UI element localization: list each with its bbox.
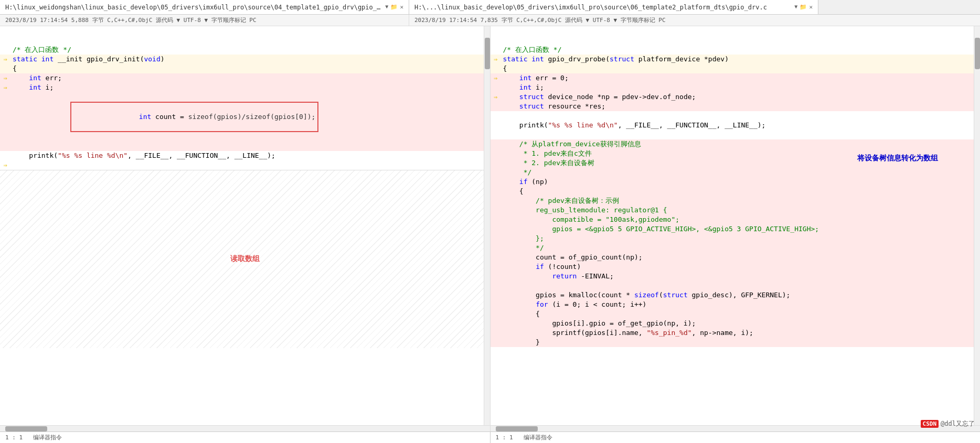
- left-code-area[interactable]: /* 在入口函数 */ ⇒ static int __init gpio_drv…: [0, 26, 490, 425]
- right-comment-end2: */: [491, 243, 981, 253]
- right-folder-icon[interactable]: 📁: [800, 4, 807, 10]
- left-status-text: 编译器指令: [33, 434, 62, 441]
- left-int-err-line: ⇒ int err;: [0, 73, 490, 83]
- right-struct-res: struct resource *res;: [491, 102, 981, 111]
- right-line-empty-top: [491, 26, 981, 36]
- left-position: 1 : 1: [5, 434, 23, 441]
- left-title-tab[interactable]: H:\linux_weidongshan\linux_basic_develop…: [0, 0, 409, 14]
- left-info-bar: 2023/8/19 17:14:54 5,888 字节 C,C++,C#,Obj…: [0, 15, 409, 26]
- right-func-decl-line: ⇒ static int gpio_drv_probe(struct platf…: [491, 55, 981, 64]
- right-dropdown-icon[interactable]: ▼: [794, 4, 797, 10]
- right-info-bar: 2023/8/19 17:14:54 7,835 字节 C,C++,C#,Obj…: [409, 15, 818, 26]
- csdn-user: @ddl又忘了: [941, 419, 975, 428]
- right-status-section: 1 : 1 编译器指令: [491, 432, 981, 443]
- csdn-logo: CSDN: [921, 420, 939, 428]
- left-brace-open-line: {: [0, 64, 490, 73]
- right-gpios-gpio: gpios[i].gpio = of_get_gpio(np, i);: [491, 319, 981, 328]
- right-status-text: 编译器指令: [524, 434, 552, 441]
- right-empty-1: [491, 111, 981, 121]
- right-close-icon[interactable]: ✕: [809, 4, 813, 10]
- right-annotation-text: 将设备树信息转化为数组: [857, 154, 938, 163]
- right-brace-close1: };: [491, 234, 981, 243]
- left-int-i-line: ⇒ int i;: [0, 83, 490, 92]
- left-comment-line: /* 在入口函数 */: [0, 45, 490, 55]
- left-arrow-2: ⇒: [0, 73, 10, 83]
- right-brace-open: {: [491, 64, 981, 73]
- right-struct-np: ⇒ struct device_node *np = pdev->dev.of_…: [491, 92, 981, 102]
- left-empty-1: [0, 142, 490, 151]
- right-comment-block: /* 从platfrom_device获得引脚信息 * 1. pdev来自c文件…: [491, 139, 981, 177]
- right-empty-2: [491, 130, 981, 139]
- right-reg-usb: reg_usb_ltemodule: regulator@1 {: [491, 206, 981, 215]
- left-line-empty-top: [0, 26, 490, 36]
- right-code-area[interactable]: /* 在入口函数 */ ⇒ static int gpio_drv_probe(…: [491, 26, 981, 425]
- left-arrow-1: ⇒: [0, 55, 10, 64]
- right-scrollbar-v[interactable]: [974, 26, 980, 425]
- right-int-err: ⇒ int err = 0;: [491, 73, 981, 83]
- right-line-empty-top2: [491, 36, 981, 45]
- left-file-title: H:\linux_weidongshan\linux_basic_develop…: [5, 4, 382, 11]
- right-file-info: 2023/8/19 17:14:54 7,835 字节 C,C++,C#,Obj…: [414, 16, 666, 24]
- right-return-einval: return -EINVAL;: [491, 272, 981, 281]
- left-folder-icon[interactable]: 📁: [390, 4, 398, 10]
- left-int-count-line: int count = sizeof(gpios)/sizeof(gpios[0…: [0, 92, 490, 142]
- right-printk: printk("%s %s line %d\n", __FILE__, __FU…: [491, 121, 981, 130]
- left-hatch-area: 读取数组: [0, 170, 490, 348]
- left-editor-panel: /* 在入口函数 */ ⇒ static int __init gpio_drv…: [0, 26, 491, 431]
- right-if-np: if (np): [491, 177, 981, 187]
- right-sprintf: sprintf(gpios[i].name, "%s_pin_%d", np->…: [491, 328, 981, 338]
- right-gpios-prop: gpios = <&gpio5 5 GPIO_ACTIVE_HIGH>, <&g…: [491, 224, 981, 234]
- right-brace-for: {: [491, 309, 981, 319]
- left-dropdown-icon[interactable]: ▼: [385, 4, 388, 10]
- left-line-empty-top2: [0, 36, 490, 45]
- left-func-decl-line: ⇒ static int __init gpio_drv_init(void): [0, 55, 490, 64]
- right-position: 1 : 1: [496, 434, 513, 441]
- right-arrow-1: ⇒: [491, 55, 501, 64]
- left-printk-line: printk("%s %s line %d\n", __FILE__, __FU…: [0, 151, 490, 160]
- right-int-i: int i;: [491, 83, 981, 92]
- right-comment-line: /* 在入口函数 */: [491, 45, 981, 55]
- right-gpios-kmalloc: gpios = kmalloc(count * sizeof(struct gp…: [491, 290, 981, 300]
- right-title-tab[interactable]: H:\...\linux_basic_develop\05_drivers\im…: [409, 0, 818, 14]
- left-annotation-text: 读取数组: [230, 254, 260, 263]
- left-file-info: 2023/8/19 17:14:54 5,888 字节 C,C++,C#,Obj…: [5, 16, 257, 24]
- right-brace-if: {: [491, 187, 981, 196]
- right-empty-3: [491, 281, 981, 290]
- right-file-title: H:\...\linux_basic_develop\05_drivers\im…: [414, 4, 767, 11]
- csdn-watermark: CSDN @ddl又忘了: [921, 419, 975, 428]
- right-for-loop: for (i = 0; i < count; i++): [491, 300, 981, 309]
- right-arrow-2: ⇒: [491, 73, 501, 83]
- right-scrollbar-h[interactable]: [491, 425, 981, 431]
- status-bar: 1 : 1 编译器指令 1 : 1 编译器指令: [0, 431, 980, 443]
- right-comment-tree: /* pdev来自设备树：示例: [491, 196, 981, 206]
- right-compatible: compatible = "100ask,gpiodemo";: [491, 215, 981, 224]
- left-close-icon[interactable]: ✕: [400, 4, 403, 10]
- right-if-count: if (!count): [491, 262, 981, 272]
- left-status-section: 1 : 1 编译器指令: [0, 432, 491, 443]
- left-scrollbar-v[interactable]: [484, 26, 490, 425]
- right-brace-close2: }: [491, 338, 981, 347]
- left-scrollbar-h[interactable]: [0, 425, 490, 431]
- right-editor-panel: /* 在入口函数 */ ⇒ static int gpio_drv_probe(…: [491, 26, 981, 431]
- right-count-assign: count = of_gpio_count(np);: [491, 253, 981, 262]
- left-empty-2: ⇒: [0, 160, 490, 170]
- left-arrow-3: ⇒: [0, 83, 10, 92]
